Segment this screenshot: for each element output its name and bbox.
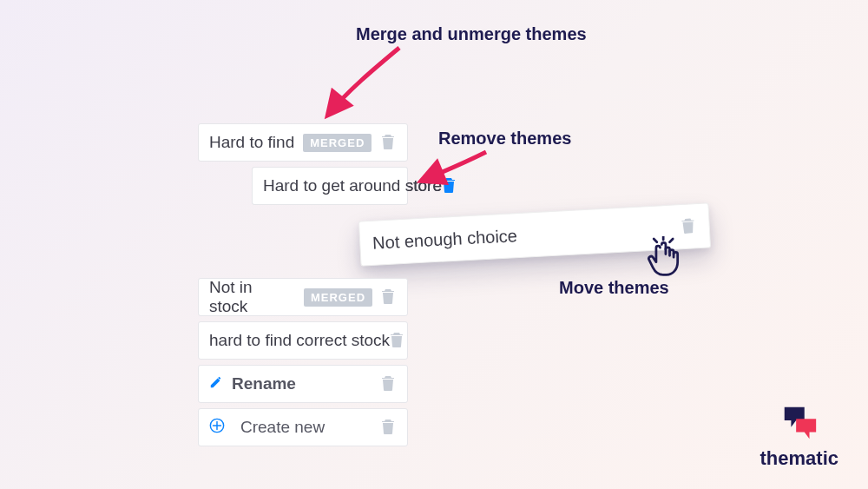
rename-label: Rename	[232, 374, 296, 393]
theme-row[interactable]: hard to find correct stock	[198, 321, 408, 360]
theme-label: hard to find correct stock	[209, 331, 390, 350]
merged-badge: MERGED	[304, 288, 372, 307]
svg-line-3	[670, 239, 674, 242]
trash-icon[interactable]	[390, 332, 404, 349]
theme-row[interactable]: Not in stock MERGED	[198, 278, 408, 316]
trash-icon[interactable]	[381, 375, 397, 393]
theme-row[interactable]: Hard to find MERGED	[198, 123, 408, 162]
theme-label: Not enough choice	[372, 226, 518, 253]
theme-label: Hard to get around store	[263, 176, 442, 195]
brand-name: thematic	[760, 447, 838, 470]
create-new-row[interactable]: Create new	[198, 408, 408, 446]
trash-icon[interactable]	[442, 177, 456, 195]
merged-badge: MERGED	[303, 134, 372, 152]
trash-icon[interactable]	[681, 217, 697, 235]
brand-mark-icon	[774, 402, 825, 442]
brand-logo: thematic	[760, 402, 838, 470]
plus-circle-icon	[209, 418, 225, 438]
svg-line-1	[654, 239, 657, 242]
theme-label: Not in stock	[209, 278, 295, 316]
create-label: Create new	[240, 418, 325, 437]
annotation-remove: Remove themes	[438, 129, 571, 149]
trash-icon[interactable]	[381, 419, 397, 436]
rename-row[interactable]: Rename	[198, 365, 408, 403]
theme-label: Hard to find	[209, 133, 294, 152]
theme-row[interactable]: Hard to get around store	[252, 167, 408, 205]
hand-cursor-icon	[646, 236, 684, 285]
trash-icon[interactable]	[381, 134, 397, 151]
pencil-icon	[209, 374, 223, 393]
trash-icon[interactable]	[381, 288, 397, 306]
illustration-stage: Merge and unmerge themes Remove themes M…	[0, 0, 868, 489]
annotation-merge: Merge and unmerge themes	[356, 24, 587, 44]
